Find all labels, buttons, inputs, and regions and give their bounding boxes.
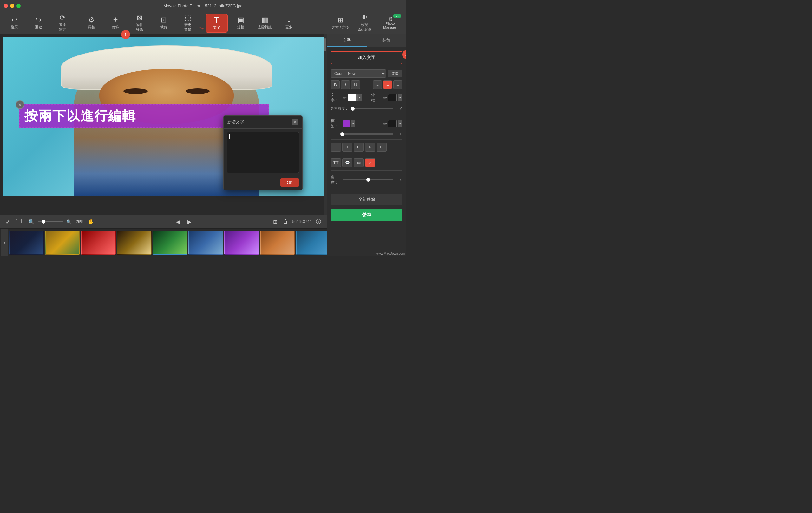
font-select[interactable]: Courier New (331, 69, 386, 78)
vertical-scrollbar[interactable] (323, 34, 327, 215)
border-width-label: 外框寬度： (331, 106, 348, 111)
save-button[interactable]: 儲存 (331, 209, 402, 221)
redo-button[interactable]: ↪ 重做 (27, 13, 50, 33)
bold-button[interactable]: B (331, 80, 340, 89)
filmstrip-item-9[interactable] (296, 231, 327, 254)
text-color-picker[interactable]: ✏ ▾ (343, 94, 362, 101)
info-button[interactable]: ⓘ (315, 217, 322, 227)
remove-noise-button[interactable]: ▦ 去除雜訊 (254, 13, 276, 33)
actual-size-button[interactable]: 1:1 (14, 217, 24, 226)
border-color-dropdown[interactable]: ▾ (398, 94, 402, 101)
undo-button[interactable]: ↩ 復原 (3, 13, 25, 33)
text-color-row: 文字： ✏ ▾ 外框： ✏ ▾ (327, 90, 406, 105)
revert-button[interactable]: ⟳ 還原 變更 (51, 13, 74, 33)
font-size-increase[interactable]: TT (331, 158, 341, 167)
tab-text[interactable]: 文字 (327, 34, 367, 47)
align-bottom-button[interactable]: ⊢ (377, 143, 387, 152)
prev-button[interactable]: ◀ (175, 217, 181, 226)
frame-slider-thumb[interactable] (340, 132, 344, 136)
filmstrip-item-4[interactable] (117, 231, 152, 254)
align-center-v-button[interactable]: ⊥ (342, 143, 352, 152)
close-button[interactable] (4, 4, 8, 8)
align-top-button[interactable]: ⊤ (331, 143, 341, 152)
filmstrip-item-5[interactable] (152, 231, 187, 254)
content-wrapper: ✕ 按兩下以進行編輯 ⤢ 1:1 🔍 🔍 26% ✋ (0, 34, 406, 256)
text-transform-button[interactable]: TT (354, 143, 364, 152)
clear-all-button[interactable]: 全部移除 (331, 194, 402, 205)
font-row: Courier New (327, 68, 406, 79)
before-after-button[interactable]: ⊞ 之前 / 之後 (329, 13, 351, 33)
frame-button[interactable]: ▣ 邊框 (230, 13, 252, 33)
align-right-button[interactable]: ≡ (393, 80, 402, 89)
redo-label: 重做 (35, 25, 42, 29)
undo-label: 復原 (11, 25, 18, 29)
frame-label: 框架： (331, 118, 340, 129)
align-left-button[interactable]: ≡ (373, 80, 382, 89)
dialog-close-button[interactable]: ✕ (292, 119, 298, 125)
filmstrip-item-3[interactable] (81, 231, 116, 254)
decorate-button[interactable]: ✦ 修飾 (104, 13, 126, 33)
crop-button[interactable]: ⊡ 裁剪 (152, 13, 175, 33)
zoom-slider-thumb[interactable] (41, 220, 46, 223)
align-center-button[interactable]: ≡ (383, 80, 392, 89)
zoom-slider[interactable] (38, 221, 63, 222)
frame-color-dropdown-right[interactable]: ▾ (398, 120, 402, 127)
border-width-slider[interactable] (351, 108, 393, 110)
align-baseline-button[interactable]: ⊾ (365, 143, 375, 152)
underline-button[interactable]: U (351, 80, 360, 89)
text-color-dropdown[interactable]: ▾ (357, 94, 362, 101)
remove-object-button[interactable]: ⊠ 物件 移除 (128, 13, 151, 33)
filmstrip-item-2[interactable] (45, 231, 80, 254)
speech-bubble-button[interactable]: 💬 (342, 158, 352, 167)
adjust-button[interactable]: ⚙ 調整 (80, 13, 103, 33)
tab-decoration[interactable]: 裝飾 (367, 34, 406, 47)
photo-manager-button[interactable]: New 🖼 Photo Manager (377, 13, 403, 33)
filmstrip-item-7[interactable] (224, 231, 259, 254)
fit-to-screen-button[interactable]: ⤢ (4, 217, 11, 226)
font-size-input[interactable] (388, 70, 402, 78)
frame-color-left[interactable]: ▾ (343, 120, 355, 127)
trapezoid-button[interactable]: ⌂ (365, 158, 375, 167)
frame-color-dropdown[interactable]: ▾ (351, 120, 355, 127)
photo-grid-button[interactable]: ⊞ (272, 217, 279, 226)
zoom-percent-label: 26% (76, 219, 83, 224)
zoom-in-button[interactable]: 🔍 (65, 218, 72, 225)
add-text-button[interactable]: 加入文字 (331, 51, 402, 64)
hand-tool-button[interactable]: ✋ (87, 217, 95, 226)
filmstrip-item-6[interactable] (188, 231, 223, 254)
filmstrip-item-8[interactable] (260, 231, 295, 254)
minimize-button[interactable] (10, 4, 14, 8)
border-color-picker[interactable]: ✏ ▾ (383, 94, 402, 101)
maximize-button[interactable] (17, 4, 21, 8)
view-original-button[interactable]: 👁 檢視 原始影像 (353, 13, 376, 33)
frame-color-row: 框架： ▾ ✏ ▾ (327, 116, 406, 131)
angle-slider[interactable] (343, 179, 393, 180)
italic-button[interactable]: I (341, 80, 350, 89)
filmstrip-item-1[interactable] (9, 231, 44, 254)
delete-button[interactable]: 🗑 (282, 217, 289, 226)
dialog-ok-button[interactable]: OK (281, 178, 299, 187)
more-button[interactable]: ⌄ 更多 (278, 13, 300, 33)
text-button[interactable]: T 文字 (206, 13, 228, 33)
crop-icon: ⊡ (161, 17, 167, 24)
remove-object-icon: ⊠ (137, 14, 142, 21)
next-button[interactable]: ▶ (186, 217, 193, 226)
angle-label: 角度： (331, 174, 340, 185)
step1-badge: 1 (121, 30, 130, 39)
add-text-dialog[interactable]: 新增文字 ✕ OK (223, 115, 302, 190)
text-overlay-close-button[interactable]: ✕ (16, 100, 24, 109)
frame-slider[interactable] (340, 133, 393, 135)
dialog-body[interactable] (227, 132, 299, 173)
angle-thumb[interactable] (366, 178, 370, 182)
scrollbar-thumb[interactable] (324, 38, 326, 51)
rectangle-button[interactable]: ▭ (354, 158, 364, 167)
image-size-label: 5616×3744 (292, 219, 312, 224)
border-width-value: 0 (396, 107, 402, 111)
zoom-out-button[interactable]: 🔍 (27, 217, 36, 226)
border-width-thumb[interactable] (351, 107, 355, 111)
adjust-label: 調整 (88, 25, 95, 29)
frame-icon: ▣ (238, 17, 244, 24)
frame-color-right[interactable]: ✏ ▾ (383, 120, 402, 127)
filmstrip-prev[interactable]: ‹ (1, 229, 8, 256)
window-controls[interactable] (4, 4, 21, 8)
